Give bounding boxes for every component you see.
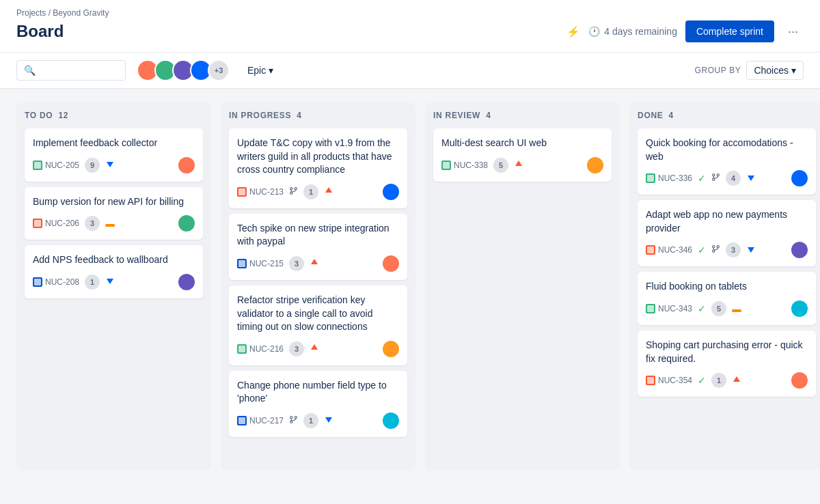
priority-icon — [732, 303, 741, 314]
issue-id: NUC-336 — [658, 173, 692, 183]
issue-id: NUC-217 — [249, 416, 284, 425]
check-icon: ✓ — [698, 375, 706, 386]
story-points: 1 — [303, 413, 318, 428]
issue-tag[interactable]: NUC-205 — [33, 160, 79, 170]
card-title: Update T&C copy with v1.9 from the write… — [237, 137, 399, 177]
svg-rect-4 — [34, 279, 41, 285]
merge-icon — [711, 173, 720, 184]
issue-type-icon — [237, 259, 247, 268]
issue-tag[interactable]: NUC-338 — [441, 160, 488, 170]
card-title: Refactor stripe verification key validat… — [237, 294, 399, 334]
column-done: DONE 4Quick booking for accomodations - … — [629, 102, 820, 470]
search-icon: 🔍 — [24, 65, 36, 76]
choices-dropdown[interactable]: Choices ▾ — [746, 61, 804, 80]
issue-tag[interactable]: NUC-336 — [646, 173, 692, 183]
card[interactable]: Bump version for new API for billingNUC-… — [25, 187, 203, 240]
issue-tag[interactable]: NUC-354 — [646, 376, 692, 385]
card[interactable]: Tech spike on new stripe integration wit… — [229, 214, 407, 280]
card[interactable]: Quick booking for accomodations - webNUC… — [638, 128, 816, 195]
issue-tag[interactable]: NUC-216 — [237, 344, 284, 354]
issue-id: NUC-206 — [45, 219, 79, 228]
column-count: 12 — [58, 111, 68, 120]
issue-tag[interactable]: NUC-213 — [237, 187, 284, 197]
card-meta: NUC-2131 — [237, 184, 399, 200]
complete-sprint-button[interactable]: Complete sprint — [685, 20, 774, 42]
card[interactable]: Update T&C copy with v1.9 from the write… — [229, 128, 407, 208]
story-points: 3 — [726, 242, 741, 257]
column-title: TO DO — [25, 111, 53, 120]
check-icon: ✓ — [698, 244, 706, 255]
card[interactable]: Multi-dest search UI webNUC-3385 — [433, 128, 612, 182]
priority-icon — [732, 375, 741, 387]
priority-icon — [514, 159, 523, 171]
card[interactable]: Refactor stripe verification key validat… — [229, 285, 407, 365]
card[interactable]: Fluid booking on tabletsNUC-343✓5 — [638, 272, 816, 325]
card-title: Tech spike on new stripe integration wit… — [237, 222, 399, 249]
column-title: IN REVIEW — [433, 111, 480, 120]
card-meta: NUC-2163 — [237, 341, 399, 357]
issue-type-icon — [237, 344, 247, 354]
bolt-icon: ⚡ — [566, 25, 580, 38]
svg-rect-9 — [238, 260, 245, 267]
svg-point-7 — [295, 187, 297, 189]
breadcrumb: Projects / Beyond Gravity — [16, 8, 804, 18]
column-count: 4 — [669, 111, 674, 120]
svg-point-17 — [713, 174, 715, 176]
search-input[interactable] — [41, 65, 118, 76]
svg-rect-20 — [647, 247, 654, 253]
card-title: Bump version for new API for billing — [33, 195, 195, 209]
priority-icon — [324, 415, 333, 426]
avatar-more[interactable]: +3 — [208, 59, 230, 81]
card-meta: NUC-2081 — [33, 274, 195, 290]
svg-rect-5 — [238, 188, 245, 195]
svg-point-12 — [290, 417, 292, 419]
column-title: DONE — [638, 111, 664, 120]
story-points: 1 — [85, 275, 100, 290]
issue-tag[interactable]: NUC-343 — [646, 304, 692, 313]
card-title: Multi-dest search UI web — [441, 137, 603, 150]
story-points: 1 — [711, 373, 726, 388]
card-meta: NUC-2059 — [33, 157, 195, 173]
issue-id: NUC-338 — [454, 160, 488, 170]
svg-point-21 — [713, 246, 715, 248]
svg-point-18 — [717, 174, 719, 176]
card-meta: NUC-336✓4 — [646, 170, 808, 186]
issue-tag[interactable]: NUC-206 — [33, 219, 79, 228]
svg-point-13 — [295, 417, 297, 419]
issue-tag[interactable]: NUC-208 — [33, 277, 79, 287]
column-inprogress: IN PROGRESS 4Update T&C copy with v1.9 f… — [221, 102, 415, 470]
priority-icon — [324, 186, 333, 197]
svg-rect-0 — [34, 162, 41, 169]
more-options-button[interactable]: ··· — [782, 22, 804, 42]
priority-icon — [105, 159, 115, 171]
svg-point-22 — [717, 246, 719, 248]
issue-id: NUC-343 — [658, 304, 692, 313]
merge-icon — [289, 415, 298, 426]
card-meta: NUC-343✓5 — [646, 300, 808, 317]
card-title: Fluid booking on tablets — [646, 280, 808, 294]
search-box[interactable]: 🔍 — [16, 60, 126, 81]
issue-tag[interactable]: NUC-215 — [237, 259, 284, 268]
card[interactable]: Shoping cart purchasing error - quick fi… — [638, 331, 816, 397]
card-meta: NUC-354✓1 — [646, 372, 808, 389]
card-meta: NUC-3385 — [441, 157, 603, 173]
sprint-info: 🕐 4 days remaining — [588, 26, 677, 37]
merge-icon — [711, 244, 720, 255]
epic-filter[interactable]: Epic ▾ — [241, 61, 280, 80]
card-avatar — [791, 372, 808, 389]
story-points: 1 — [303, 184, 318, 199]
avatar-group: +3 — [137, 59, 230, 81]
column-inreview: IN REVIEW 4Multi-dest search UI webNUC-3… — [425, 102, 620, 470]
issue-id: NUC-213 — [249, 187, 284, 197]
card[interactable]: Add NPS feedback to wallboardNUC-2081 — [25, 245, 203, 298]
issue-tag[interactable]: NUC-346 — [646, 245, 692, 255]
issue-tag[interactable]: NUC-217 — [237, 416, 284, 425]
card-title: Implement feedback collector — [33, 137, 195, 150]
card[interactable]: Implement feedback collectorNUC-2059 — [25, 128, 203, 182]
card-title: Adapt web app no new payments provider — [646, 208, 808, 235]
card[interactable]: Adapt web app no new payments providerNU… — [638, 200, 816, 266]
priority-icon — [310, 343, 319, 354]
card[interactable]: Change phone number field type to 'phone… — [229, 371, 407, 437]
issue-id: NUC-216 — [249, 344, 284, 354]
issue-type-icon — [33, 160, 42, 170]
